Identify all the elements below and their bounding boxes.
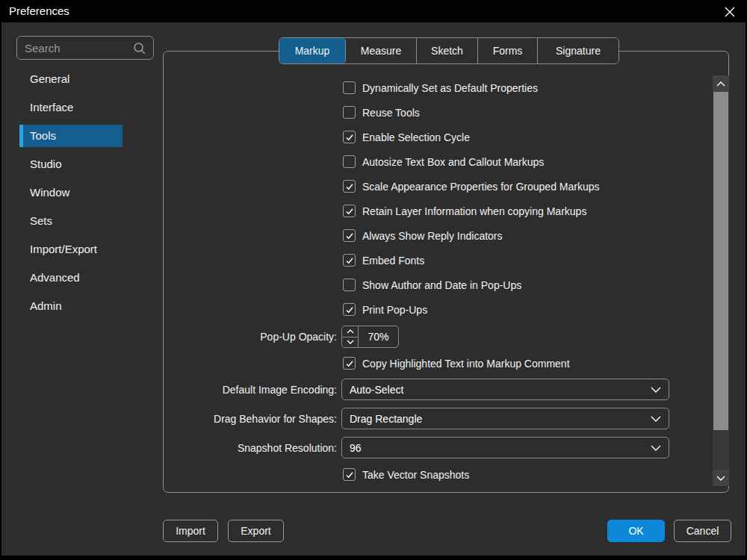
- sidebar-item-advanced[interactable]: Advanced: [19, 267, 123, 289]
- scrollbar[interactable]: [713, 75, 729, 486]
- checkbox[interactable]: [343, 205, 356, 217]
- popup-opacity-value[interactable]: 70%: [359, 326, 398, 347]
- checkbox[interactable]: [343, 131, 356, 143]
- close-button[interactable]: [722, 4, 738, 20]
- chevron-down-icon: [651, 416, 661, 422]
- snapshot-resolution-dropdown[interactable]: 96: [341, 437, 669, 458]
- sidebar-item-tools[interactable]: Tools: [19, 125, 123, 147]
- scrollbar-up-button[interactable]: [713, 75, 729, 92]
- ok-button[interactable]: OK: [607, 520, 665, 542]
- popup-opacity-label: Pop-Up Opacity:: [164, 331, 337, 343]
- sidebar: General Interface Tools Studio Window Se…: [19, 68, 131, 323]
- window-title: Preferences: [9, 0, 69, 22]
- tab-strip: Markup Measure Sketch Forms Signature: [279, 37, 619, 64]
- checkbox-row: Embed Fonts: [343, 248, 600, 273]
- checkbox-row: Reuse Tools: [343, 100, 600, 125]
- tab-measure[interactable]: Measure: [346, 38, 417, 63]
- titlebar: Preferences: [0, 0, 747, 22]
- check-icon: [345, 231, 354, 240]
- check-icon: [345, 207, 354, 216]
- sidebar-item-interface[interactable]: Interface: [19, 96, 123, 119]
- checkbox-label: Enable Selection Cycle: [362, 131, 470, 143]
- checkbox[interactable]: [343, 155, 356, 168]
- check-icon: [345, 305, 354, 314]
- checkbox-label: Autosize Text Box and Callout Markups: [362, 156, 544, 168]
- check-icon: [345, 359, 354, 368]
- sidebar-item-import-export[interactable]: Import/Export: [19, 238, 123, 261]
- dropdown-value: Drag Rectangle: [350, 413, 651, 425]
- scrollbar-down-button[interactable]: [713, 470, 729, 486]
- checkbox[interactable]: [343, 106, 356, 119]
- checkbox-row: Take Vector Snapshots: [343, 462, 469, 487]
- cancel-button[interactable]: Cancel: [674, 520, 731, 542]
- tab-forms[interactable]: Forms: [478, 38, 538, 63]
- chevron-down-icon: [716, 476, 725, 481]
- scrollbar-thumb[interactable]: [713, 92, 728, 430]
- snapshot-resolution-label: Snapshot Resolution:: [164, 442, 337, 454]
- checkbox[interactable]: [343, 357, 356, 370]
- checkbox[interactable]: [343, 279, 356, 291]
- default-image-encoding-dropdown[interactable]: Auto-Select: [341, 379, 669, 400]
- checkbox-label: Retain Layer Information when copying Ma…: [362, 205, 586, 217]
- checkbox-row: Enable Selection Cycle: [343, 125, 600, 149]
- chevron-down-icon: [347, 340, 354, 344]
- checkbox-label: Take Vector Snapshots: [362, 469, 469, 481]
- checkbox-label: Dynamically Set as Default Properties: [362, 82, 538, 94]
- chevron-down-icon: [651, 445, 661, 451]
- checkbox-row: Show Author and Date in Pop-Ups: [343, 273, 600, 297]
- checkbox-row: Scale Appearance Properties for Grouped …: [343, 174, 600, 199]
- sidebar-item-window[interactable]: Window: [19, 181, 123, 204]
- check-icon: [345, 133, 354, 142]
- dropdown-value: 96: [350, 442, 651, 454]
- settings-panel: Dynamically Set as Default Properties Re…: [163, 51, 729, 493]
- preferences-dialog: General Interface Tools Studio Window Se…: [1, 22, 746, 556]
- drag-behavior-label: Drag Behavior for Shapes:: [164, 413, 337, 425]
- checkbox-label: Scale Appearance Properties for Grouped …: [362, 181, 600, 193]
- sidebar-item-sets[interactable]: Sets: [19, 210, 123, 232]
- popup-opacity-spinner: 70%: [341, 326, 399, 348]
- dropdown-value: Auto-Select: [350, 384, 651, 396]
- search-icon: [132, 41, 147, 56]
- checkbox-label: Reuse Tools: [362, 107, 420, 119]
- tab-sketch[interactable]: Sketch: [417, 38, 478, 63]
- check-icon: [345, 470, 354, 479]
- chevron-up-icon: [347, 329, 354, 334]
- checkbox-row: Print Pop-Ups: [343, 297, 600, 322]
- chevron-down-icon: [651, 387, 661, 393]
- checkbox-row: Copy Highlighted Text into Markup Commen…: [343, 351, 570, 376]
- checkbox-label: Always Show Reply Indicators: [362, 230, 503, 242]
- default-image-encoding-label: Default Image Encoding:: [164, 384, 337, 396]
- search-box: [16, 36, 154, 60]
- checkbox-row: Dynamically Set as Default Properties: [343, 75, 600, 100]
- check-icon: [345, 182, 354, 191]
- sidebar-item-studio[interactable]: Studio: [19, 153, 123, 175]
- checkbox-list: Dynamically Set as Default Properties Re…: [343, 75, 600, 322]
- export-button[interactable]: Export: [228, 520, 284, 542]
- chevron-up-icon: [716, 81, 725, 87]
- checkbox[interactable]: [343, 180, 356, 193]
- checkbox-row: Always Show Reply Indicators: [343, 223, 600, 248]
- checkbox-label: Embed Fonts: [362, 255, 424, 267]
- spinner-down-button[interactable]: [342, 337, 358, 348]
- checkbox[interactable]: [343, 468, 356, 481]
- tab-signature[interactable]: Signature: [538, 38, 619, 63]
- spinner-up-button[interactable]: [342, 326, 358, 337]
- checkbox-label: Print Pop-Ups: [362, 304, 427, 316]
- checkbox-label: Show Author and Date in Pop-Ups: [362, 279, 521, 291]
- sidebar-item-admin[interactable]: Admin: [19, 295, 123, 317]
- drag-behavior-dropdown[interactable]: Drag Rectangle: [341, 408, 669, 429]
- checkbox-row: Autosize Text Box and Callout Markups: [343, 149, 600, 174]
- import-button[interactable]: Import: [163, 520, 218, 542]
- checkbox[interactable]: [343, 81, 356, 94]
- check-icon: [345, 256, 354, 265]
- checkbox-row: Retain Layer Information when copying Ma…: [343, 199, 600, 223]
- tab-markup[interactable]: Markup: [279, 38, 346, 63]
- sidebar-item-general[interactable]: General: [19, 68, 123, 90]
- checkbox[interactable]: [343, 254, 356, 267]
- checkbox-label: Copy Highlighted Text into Markup Commen…: [362, 358, 570, 370]
- checkbox[interactable]: [343, 229, 356, 242]
- close-icon: [725, 7, 735, 17]
- checkbox[interactable]: [343, 303, 356, 316]
- spinner-buttons: [342, 326, 359, 347]
